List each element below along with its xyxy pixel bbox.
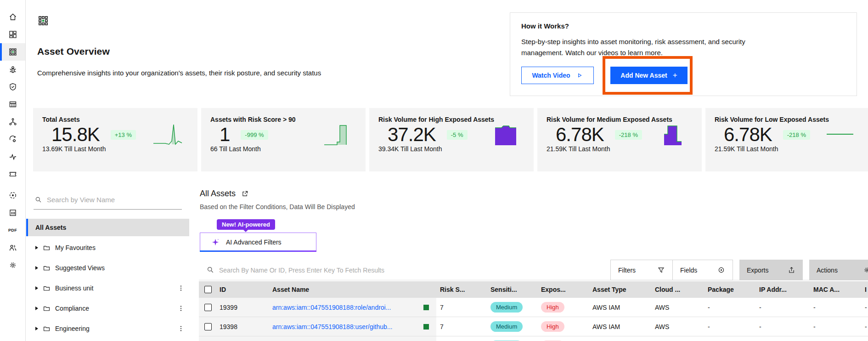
view-item-engineering[interactable]: Engineering xyxy=(26,320,189,337)
view-search-input[interactable] xyxy=(47,196,166,204)
nav-topology[interactable] xyxy=(0,113,25,131)
asset-grid-icon xyxy=(8,47,17,57)
col-risk-score[interactable]: Risk S... xyxy=(436,281,487,298)
asset-name-link[interactable]: arn:aws:iam::047551908188:user/github... xyxy=(272,323,393,330)
assets-main: All Assets Based on the Filter Condition… xyxy=(199,183,868,341)
sparkline-spike xyxy=(152,122,183,147)
nav-settings[interactable] xyxy=(0,256,25,274)
col-id[interactable]: ID xyxy=(216,281,269,298)
row-checkbox[interactable] xyxy=(204,304,212,311)
cell-package: - xyxy=(704,298,755,317)
stat-card-total-assets: Total Assets 15.8K +13 % 13.69K Till Las… xyxy=(33,108,197,171)
stat-value: 37.2K xyxy=(388,124,436,146)
col-mac-address[interactable]: MAC A... xyxy=(810,281,861,298)
caret-right-icon[interactable] xyxy=(35,266,38,270)
view-icon xyxy=(717,266,725,274)
cell-risk-score: 7 xyxy=(436,298,487,317)
col-asset-type[interactable]: Asset Type xyxy=(589,281,651,298)
table-row[interactable]: 19398 arn:aws:iam::047551908188:user/git… xyxy=(199,317,868,336)
search-icon xyxy=(34,196,42,204)
home-icon xyxy=(8,12,17,22)
view-item-suggested-views[interactable]: Suggested Views xyxy=(26,259,189,277)
stat-card-medium-exposed: Risk Volume for Medium Exposed Assets 6.… xyxy=(537,108,702,171)
nav-asset-grid[interactable] xyxy=(0,43,25,61)
nav-home[interactable] xyxy=(0,8,25,26)
caret-right-icon[interactable] xyxy=(35,307,38,310)
col-ip-address[interactable]: IP Addr... xyxy=(755,281,810,298)
funnel-icon xyxy=(657,266,665,274)
app-grid-icon xyxy=(37,15,49,27)
col-cloud[interactable]: Cloud ... xyxy=(651,281,704,298)
radar-icon xyxy=(8,191,17,200)
filters-button[interactable]: Filters xyxy=(610,260,673,280)
add-new-asset-button[interactable]: Add New Asset + xyxy=(610,67,688,84)
stat-cards-row: Total Assets 15.8K +13 % 13.69K Till Las… xyxy=(33,108,868,171)
watch-video-button[interactable]: Watch Video xyxy=(521,67,594,84)
nav-dashboard[interactable] xyxy=(0,26,25,43)
kebab-menu-icon[interactable] xyxy=(177,284,185,292)
section-title: All Assets xyxy=(200,189,236,199)
cell-clipped: - xyxy=(861,317,868,336)
kebab-menu-icon[interactable] xyxy=(177,305,185,312)
nav-pdf-reports[interactable]: PDF xyxy=(0,222,25,239)
cell-cloud: AWS xyxy=(651,317,704,336)
caret-right-icon[interactable] xyxy=(35,327,38,330)
status-indicator-green xyxy=(423,305,429,310)
page-description: Comprehensive insights into your organiz… xyxy=(37,67,331,79)
cell-clipped: - xyxy=(861,298,868,317)
delta-badge: -218 % xyxy=(615,130,642,140)
ai-advanced-filters-button[interactable]: AI Advanced Filters xyxy=(200,233,316,252)
nav-compliance-shield[interactable] xyxy=(0,78,25,96)
sparkline-step-block xyxy=(657,122,687,147)
views-panel: All Assets My Favourites Suggested Views… xyxy=(26,183,189,341)
caret-right-icon[interactable] xyxy=(35,286,38,290)
export-icon xyxy=(788,266,795,274)
col-exposure[interactable]: Expos... xyxy=(537,281,589,298)
fields-button[interactable]: Fields xyxy=(672,260,733,280)
nav-reports-panel[interactable] xyxy=(0,204,25,222)
cell-ip-address: - xyxy=(755,298,810,317)
view-item-compliance[interactable]: Compliance xyxy=(26,300,189,317)
stat-value: 6.78K xyxy=(556,124,604,146)
ticket-icon xyxy=(8,170,17,179)
launch-icon[interactable] xyxy=(241,190,249,198)
asset-name-link[interactable]: arn:aws:iam::047551908188:role/androi... xyxy=(272,304,391,311)
nav-scans[interactable] xyxy=(0,187,25,204)
row-checkbox[interactable] xyxy=(204,323,212,330)
cell-asset-type: AWS IAM xyxy=(589,317,651,336)
select-all-checkbox[interactable] xyxy=(204,286,212,293)
folder-icon xyxy=(43,325,51,333)
col-asset-name[interactable]: Asset Name xyxy=(269,281,436,298)
delta-badge: -999 % xyxy=(241,130,268,140)
how-it-works-panel: How it Works? Step-by-step insights into… xyxy=(510,12,857,96)
view-item-all-assets[interactable]: All Assets xyxy=(26,219,189,236)
folder-icon xyxy=(43,244,51,252)
nav-activity[interactable] xyxy=(0,148,25,165)
table-row[interactable]: Medium High xyxy=(199,336,868,341)
view-item-business-unit[interactable]: Business unit xyxy=(26,279,189,297)
cell-id: 19398 xyxy=(216,317,269,336)
nav-users[interactable] xyxy=(0,239,25,256)
stat-value: 15.8K xyxy=(51,124,100,146)
col-clipped[interactable]: I xyxy=(861,281,868,298)
sensitivity-badge: Medium xyxy=(490,321,523,332)
nav-tickets[interactable] xyxy=(0,165,25,183)
nav-automation[interactable] xyxy=(0,131,25,148)
nav-vulnerabilities[interactable] xyxy=(0,61,25,78)
view-item-my-favourites[interactable]: My Favourites xyxy=(26,239,189,256)
shield-check-icon xyxy=(8,82,17,91)
actions-button[interactable]: Actions xyxy=(809,260,868,280)
exports-button[interactable]: Exports xyxy=(739,260,803,280)
caret-right-icon[interactable] xyxy=(35,246,38,250)
col-sensitivity[interactable]: Sensiti... xyxy=(487,281,537,298)
kebab-menu-icon[interactable] xyxy=(177,325,185,332)
nav-data-tables[interactable] xyxy=(0,96,25,113)
topology-icon xyxy=(8,117,17,126)
table-row[interactable]: 19399 arn:aws:iam::047551908188:role/and… xyxy=(199,298,868,317)
sparkline-flat xyxy=(825,122,855,147)
col-package[interactable]: Package xyxy=(704,281,755,298)
exposure-badge: High xyxy=(541,321,564,332)
view-search[interactable] xyxy=(34,190,182,210)
assets-search-input[interactable] xyxy=(219,260,531,280)
delta-badge: +13 % xyxy=(111,130,136,140)
